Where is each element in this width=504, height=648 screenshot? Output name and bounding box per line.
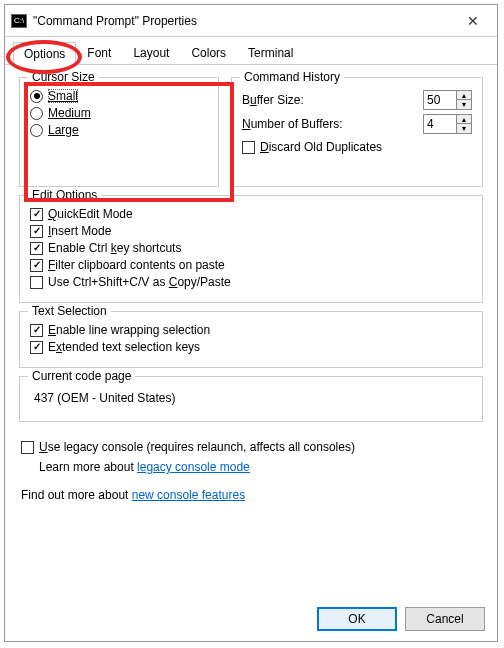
findout-row: Find out more about new console features	[21, 488, 481, 502]
checkbox-icon	[30, 242, 43, 255]
group-edit-options: Edit Options QuickEdit Mode Insert Mode …	[19, 195, 483, 303]
close-icon: ✕	[467, 13, 479, 29]
tab-options[interactable]: Options	[13, 42, 76, 65]
radio-label-small: Small	[48, 89, 78, 103]
codepage-value: 437 (OEM - United States)	[30, 385, 472, 411]
checkbox-icon	[30, 225, 43, 238]
check-ctrl-shift-cv[interactable]: Use Ctrl+Shift+C/V as Copy/Paste	[30, 275, 472, 289]
radio-cursor-medium[interactable]: Medium	[30, 106, 208, 120]
group-title-codepage: Current code page	[28, 369, 135, 383]
group-title-textsel: Text Selection	[28, 304, 111, 318]
group-cursor-size: Cursor Size Small Medium Large	[19, 77, 219, 187]
buffer-size-input[interactable]	[423, 90, 457, 110]
check-discard-duplicates[interactable]: Discard Old Duplicates	[242, 140, 472, 154]
label-num-buffers: Number of Buffers:	[242, 117, 343, 131]
group-text-selection: Text Selection Enable line wrapping sele…	[19, 311, 483, 368]
link-new-features[interactable]: new console features	[132, 488, 245, 502]
spinner-buffer-size[interactable]: ▲▼	[423, 90, 472, 110]
group-command-history: Command History Buffer Size: ▲▼ Number o…	[231, 77, 483, 187]
chevron-up-icon[interactable]: ▲	[457, 91, 471, 100]
window-title: "Command Prompt" Properties	[33, 14, 453, 28]
cmd-icon: C:\	[11, 14, 27, 28]
titlebar: C:\ "Command Prompt" Properties ✕	[5, 5, 497, 37]
checkbox-icon	[21, 441, 34, 454]
chevron-up-icon[interactable]: ▲	[457, 115, 471, 124]
label-buffer-size: Buffer Size:	[242, 93, 304, 107]
spinner-buttons[interactable]: ▲▼	[457, 90, 472, 110]
link-legacy-console[interactable]: legacy console mode	[137, 460, 250, 474]
checkbox-icon	[242, 141, 255, 154]
group-title-cursor: Cursor Size	[28, 70, 99, 84]
radio-icon	[30, 107, 43, 120]
tab-content: Cursor Size Small Medium Large Command H…	[5, 65, 497, 597]
checkbox-icon	[30, 259, 43, 272]
chevron-down-icon[interactable]: ▼	[457, 100, 471, 109]
group-title-edit: Edit Options	[28, 188, 101, 202]
tab-layout[interactable]: Layout	[122, 41, 180, 64]
spinner-num-buffers[interactable]: ▲▼	[423, 114, 472, 134]
legacy-learn-more: Learn more about legacy console mode	[39, 460, 481, 474]
radio-icon	[30, 124, 43, 137]
tab-strip: Options Font Layout Colors Terminal	[5, 39, 497, 65]
num-buffers-input[interactable]	[423, 114, 457, 134]
checkbox-icon	[30, 324, 43, 337]
radio-label-large: Large	[48, 123, 79, 137]
checkbox-icon	[30, 208, 43, 221]
tab-colors[interactable]: Colors	[180, 41, 237, 64]
group-title-history: Command History	[240, 70, 344, 84]
spinner-buttons[interactable]: ▲▼	[457, 114, 472, 134]
group-code-page: Current code page 437 (OEM - United Stat…	[19, 376, 483, 422]
cancel-button[interactable]: Cancel	[405, 607, 485, 631]
check-quickedit[interactable]: QuickEdit Mode	[30, 207, 472, 221]
check-filter-clipboard[interactable]: Filter clipboard contents on paste	[30, 258, 472, 272]
tab-terminal[interactable]: Terminal	[237, 41, 304, 64]
radio-cursor-large[interactable]: Large	[30, 123, 208, 137]
radio-cursor-small[interactable]: Small	[30, 89, 208, 103]
properties-dialog: C:\ "Command Prompt" Properties ✕ Option…	[4, 4, 498, 642]
check-line-wrap[interactable]: Enable line wrapping selection	[30, 323, 472, 337]
chevron-down-icon[interactable]: ▼	[457, 124, 471, 133]
check-ctrl-shortcuts[interactable]: Enable Ctrl key shortcuts	[30, 241, 472, 255]
close-button[interactable]: ✕	[453, 6, 493, 36]
tab-font[interactable]: Font	[76, 41, 122, 64]
radio-label-medium: Medium	[48, 106, 91, 120]
check-extended-sel[interactable]: Extended text selection keys	[30, 340, 472, 354]
checkbox-icon	[30, 341, 43, 354]
check-insert[interactable]: Insert Mode	[30, 224, 472, 238]
check-legacy-console[interactable]: Use legacy console (requires relaunch, a…	[21, 440, 481, 454]
radio-icon	[30, 90, 43, 103]
checkbox-icon	[30, 276, 43, 289]
dialog-buttons: OK Cancel	[5, 597, 497, 641]
ok-button[interactable]: OK	[317, 607, 397, 631]
